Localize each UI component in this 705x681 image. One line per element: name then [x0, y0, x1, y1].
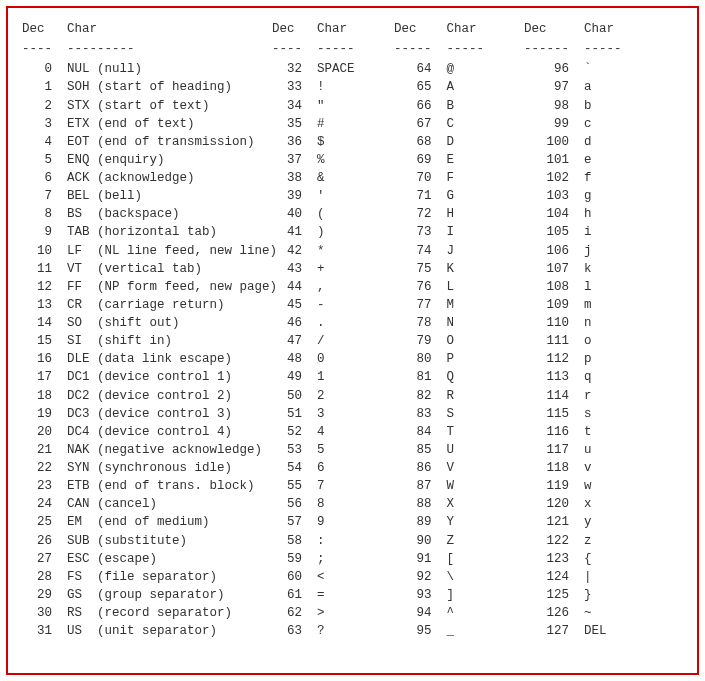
ascii-row: 118 v	[524, 459, 644, 477]
ascii-row: 41 )	[272, 223, 394, 241]
ascii-row: 87 W	[394, 477, 524, 495]
ascii-row: 39 '	[272, 187, 394, 205]
ascii-row: 81 Q	[394, 368, 524, 386]
ascii-grid: Dec Char---- --------- 0 NUL (null) 1 SO…	[22, 20, 683, 640]
ascii-row: 82 R	[394, 387, 524, 405]
ascii-row: 54 6	[272, 459, 394, 477]
ascii-row: 80 P	[394, 350, 524, 368]
ascii-row: 103 g	[524, 187, 644, 205]
ascii-row: 16 DLE (data link escape)	[22, 350, 272, 368]
ascii-row: 34 "	[272, 97, 394, 115]
ascii-row: 64 @	[394, 60, 524, 78]
column-header: Dec Char	[524, 20, 644, 38]
column-header: Dec Char	[394, 20, 524, 38]
ascii-row: 43 +	[272, 260, 394, 278]
column-4: Dec Char------ ----- 96 ` 97 a 98 b 99 c…	[524, 20, 644, 640]
ascii-row: 59 ;	[272, 550, 394, 568]
column-divider: ------ -----	[524, 40, 644, 58]
ascii-row: 19 DC3 (device control 3)	[22, 405, 272, 423]
ascii-row: 56 8	[272, 495, 394, 513]
ascii-table-frame: Dec Char---- --------- 0 NUL (null) 1 SO…	[6, 6, 699, 675]
ascii-row: 115 s	[524, 405, 644, 423]
ascii-row: 50 2	[272, 387, 394, 405]
ascii-row: 108 l	[524, 278, 644, 296]
ascii-row: 114 r	[524, 387, 644, 405]
ascii-row: 23 ETB (end of trans. block)	[22, 477, 272, 495]
ascii-row: 40 (	[272, 205, 394, 223]
ascii-row: 46 .	[272, 314, 394, 332]
ascii-row: 99 c	[524, 115, 644, 133]
ascii-row: 42 *	[272, 242, 394, 260]
ascii-row: 28 FS (file separator)	[22, 568, 272, 586]
ascii-row: 122 z	[524, 532, 644, 550]
ascii-row: 105 i	[524, 223, 644, 241]
ascii-row: 79 O	[394, 332, 524, 350]
ascii-row: 35 #	[272, 115, 394, 133]
ascii-row: 77 M	[394, 296, 524, 314]
ascii-row: 26 SUB (substitute)	[22, 532, 272, 550]
ascii-row: 88 X	[394, 495, 524, 513]
ascii-row: 14 SO (shift out)	[22, 314, 272, 332]
column-2: Dec Char---- ----- 32 SPACE 33 ! 34 " 35…	[272, 20, 394, 640]
ascii-row: 62 >	[272, 604, 394, 622]
ascii-row: 127 DEL	[524, 622, 644, 640]
ascii-row: 12 FF (NP form feed, new page)	[22, 278, 272, 296]
ascii-row: 70 F	[394, 169, 524, 187]
ascii-row: 96 `	[524, 60, 644, 78]
ascii-row: 27 ESC (escape)	[22, 550, 272, 568]
ascii-row: 111 o	[524, 332, 644, 350]
ascii-row: 90 Z	[394, 532, 524, 550]
ascii-row: 110 n	[524, 314, 644, 332]
ascii-row: 109 m	[524, 296, 644, 314]
ascii-row: 8 BS (backspace)	[22, 205, 272, 223]
ascii-row: 112 p	[524, 350, 644, 368]
ascii-row: 78 N	[394, 314, 524, 332]
ascii-row: 52 4	[272, 423, 394, 441]
ascii-row: 125 }	[524, 586, 644, 604]
ascii-row: 68 D	[394, 133, 524, 151]
ascii-row: 120 x	[524, 495, 644, 513]
ascii-row: 22 SYN (synchronous idle)	[22, 459, 272, 477]
ascii-row: 1 SOH (start of heading)	[22, 78, 272, 96]
ascii-row: 97 a	[524, 78, 644, 96]
ascii-row: 101 e	[524, 151, 644, 169]
column-3: Dec Char----- ----- 64 @ 65 A 66 B 67 C …	[394, 20, 524, 640]
column-divider: ---- ---------	[22, 40, 272, 58]
ascii-row: 58 :	[272, 532, 394, 550]
ascii-row: 3 ETX (end of text)	[22, 115, 272, 133]
ascii-row: 63 ?	[272, 622, 394, 640]
ascii-row: 38 &	[272, 169, 394, 187]
ascii-row: 47 /	[272, 332, 394, 350]
ascii-row: 95 _	[394, 622, 524, 640]
ascii-row: 55 7	[272, 477, 394, 495]
ascii-row: 91 [	[394, 550, 524, 568]
ascii-row: 73 I	[394, 223, 524, 241]
ascii-row: 98 b	[524, 97, 644, 115]
ascii-row: 49 1	[272, 368, 394, 386]
ascii-row: 85 U	[394, 441, 524, 459]
ascii-row: 113 q	[524, 368, 644, 386]
ascii-row: 89 Y	[394, 513, 524, 531]
ascii-row: 61 =	[272, 586, 394, 604]
ascii-row: 66 B	[394, 97, 524, 115]
ascii-row: 75 K	[394, 260, 524, 278]
ascii-row: 33 !	[272, 78, 394, 96]
ascii-row: 53 5	[272, 441, 394, 459]
ascii-row: 32 SPACE	[272, 60, 394, 78]
ascii-row: 86 V	[394, 459, 524, 477]
ascii-row: 13 CR (carriage return)	[22, 296, 272, 314]
ascii-row: 84 T	[394, 423, 524, 441]
ascii-row: 67 C	[394, 115, 524, 133]
column-divider: ---- -----	[272, 40, 394, 58]
ascii-row: 5 ENQ (enquiry)	[22, 151, 272, 169]
ascii-row: 76 L	[394, 278, 524, 296]
ascii-row: 93 ]	[394, 586, 524, 604]
ascii-row: 69 E	[394, 151, 524, 169]
ascii-row: 24 CAN (cancel)	[22, 495, 272, 513]
ascii-row: 29 GS (group separator)	[22, 586, 272, 604]
column-1: Dec Char---- --------- 0 NUL (null) 1 SO…	[22, 20, 272, 640]
ascii-row: 45 -	[272, 296, 394, 314]
ascii-row: 51 3	[272, 405, 394, 423]
ascii-row: 100 d	[524, 133, 644, 151]
ascii-row: 60 <	[272, 568, 394, 586]
